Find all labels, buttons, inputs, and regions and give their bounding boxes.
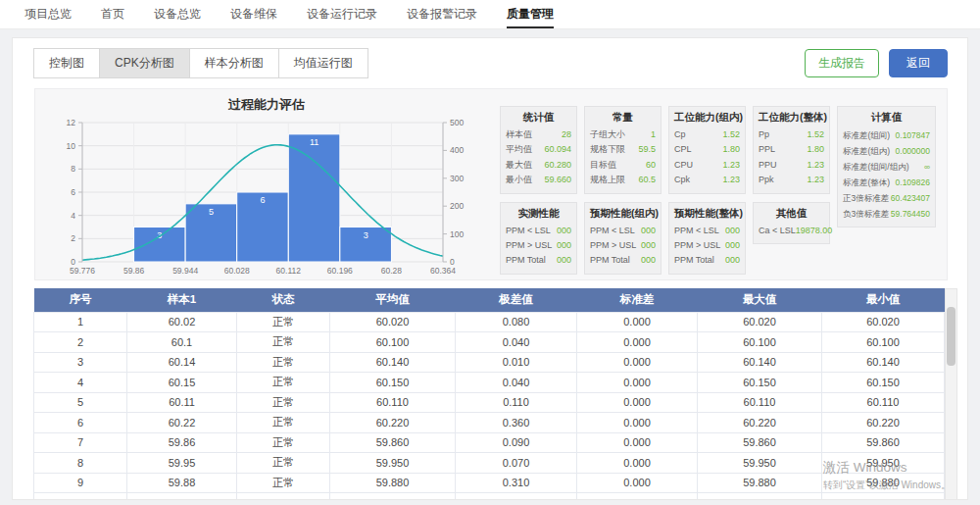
table-scrollbar[interactable]: ▼ xyxy=(945,288,957,500)
stat-panel-常量: 常量子组大小1规格下限59.5目标值60规格上限60.5 xyxy=(584,106,662,194)
svg-text:5: 5 xyxy=(209,207,214,217)
stat-label: PPM < LSL xyxy=(674,224,719,238)
stat-label: CPL xyxy=(674,142,692,157)
table-header-row: 序号样本1状态平均值极差值标准差最大值最小值 xyxy=(34,288,945,312)
tab-样本分析图[interactable]: 样本分析图 xyxy=(189,48,279,78)
stat-value: 60.094 xyxy=(544,142,571,157)
scrollbar-thumb[interactable] xyxy=(947,307,956,366)
table-cell: 60.02 xyxy=(127,312,237,332)
stat-label: PPM Total xyxy=(590,253,630,268)
generate-report-button[interactable]: 生成报告 xyxy=(805,49,879,77)
table-row[interactable]: 859.95正常59.9500.0700.00059.95059.950 xyxy=(34,453,945,474)
table-row[interactable]: 560.11正常60.1100.1100.00060.11060.110 xyxy=(34,392,945,413)
column-header-标准差: 标准差 xyxy=(577,288,698,312)
tab-CPK分析图[interactable]: CPK分析图 xyxy=(99,48,190,78)
nav-item-首页[interactable]: 首页 xyxy=(101,0,124,28)
table-cell: 60.14 xyxy=(127,352,237,373)
stat-panel-title: 统计值 xyxy=(506,109,571,127)
nav-item-设备运行记录[interactable]: 设备运行记录 xyxy=(307,0,377,28)
table-cell: 60.150 xyxy=(330,373,456,393)
chart-type-tabs: 控制图CPK分析图样本分析图均值运行图 xyxy=(34,48,368,78)
table-cell: 0.040 xyxy=(456,332,577,353)
table-cell xyxy=(34,493,127,501)
back-button[interactable]: 返回 xyxy=(889,49,948,77)
table-row[interactable]: 260.1正常60.1000.0400.00060.10060.100 xyxy=(34,332,945,353)
table-cell: 60.11 xyxy=(127,392,237,413)
table-cell: 60.150 xyxy=(698,373,822,393)
page-content: 控制图CPK分析图样本分析图均值运行图 生成报告 返回 过程能力评估 35611… xyxy=(0,29,980,505)
table-row[interactable]: 160.02正常60.0200.0800.00060.02060.020 xyxy=(34,312,945,332)
tab-控制图[interactable]: 控制图 xyxy=(33,48,100,78)
svg-text:60.28: 60.28 xyxy=(381,266,403,276)
svg-text:60.028: 60.028 xyxy=(224,266,250,276)
table-cell: 59.860 xyxy=(822,432,945,453)
table-row[interactable]: 660.22正常60.2200.3600.00060.22060.220 xyxy=(34,413,945,433)
stat-value: 59.764450 xyxy=(891,206,930,222)
stat-value: 60 xyxy=(646,158,656,173)
stat-row: 标准差(组间)0.107847 xyxy=(843,127,930,143)
scrollbar-down-arrow-icon[interactable]: ▼ xyxy=(946,500,956,501)
table-cell: 0.000 xyxy=(577,392,698,413)
stat-value: 000 xyxy=(725,238,740,253)
stat-panel-计算值: 计算值标准差(组间)0.107847标准差(组内)0.000000标准差(组间/… xyxy=(837,106,936,227)
stat-row: PPL1.80 xyxy=(759,142,824,157)
stat-row: 正3倍标准差60.423407 xyxy=(843,190,930,206)
table-cell: 59.880 xyxy=(822,473,945,493)
stat-value: 1.52 xyxy=(807,127,824,142)
stat-label: 规格下限 xyxy=(590,142,625,157)
stat-label: 标准差(组内) xyxy=(843,143,890,159)
table-cell: 0.000 xyxy=(577,413,698,433)
table-cell xyxy=(456,493,577,501)
stat-label: PPL xyxy=(759,142,775,157)
table-cell: 0.110 xyxy=(456,392,577,413)
nav-item-设备报警记录[interactable]: 设备报警记录 xyxy=(407,0,477,28)
table-cell xyxy=(127,493,237,501)
stat-value: 1.80 xyxy=(722,142,740,157)
tab-均值运行图[interactable]: 均值运行图 xyxy=(278,48,368,78)
table-row[interactable]: 759.86正常59.8600.0900.00059.86059.860 xyxy=(34,432,945,453)
nav-item-设备维保[interactable]: 设备维保 xyxy=(230,0,277,28)
stat-label: Cp xyxy=(674,127,686,142)
stat-row: PPM Total000 xyxy=(674,253,740,268)
table-row[interactable]: 360.14正常60.1400.0100.00060.14060.140 xyxy=(34,352,945,373)
svg-text:500: 500 xyxy=(450,118,464,127)
svg-text:4: 4 xyxy=(71,211,75,221)
stat-value: 60.5 xyxy=(638,173,656,187)
table-cell: 0.310 xyxy=(456,473,577,493)
nav-item-项目总览[interactable]: 项目总览 xyxy=(24,0,72,28)
stat-column: 统计值样本值28平均值60.094最大值60.280最小值59.660实测性能P… xyxy=(500,106,577,275)
stat-panel-title: 计算值 xyxy=(843,109,930,127)
svg-text:6: 6 xyxy=(260,195,265,205)
stat-row: 子组大小1 xyxy=(590,127,656,142)
stat-label: 标准差(组间/组内) xyxy=(843,159,909,175)
table-cell: 正常 xyxy=(237,473,330,493)
svg-text:8: 8 xyxy=(71,164,75,174)
nav-item-质量管理[interactable]: 质量管理 xyxy=(507,0,554,28)
svg-text:2: 2 xyxy=(71,233,75,243)
table-row[interactable] xyxy=(34,493,945,501)
svg-text:200: 200 xyxy=(450,201,464,211)
stat-value: 1.80 xyxy=(807,142,824,157)
stat-label: PPM > USL xyxy=(590,238,636,253)
stat-row: Cp1.52 xyxy=(674,127,740,142)
svg-text:300: 300 xyxy=(450,174,464,183)
table-row[interactable]: 959.88正常59.8800.3100.00059.88059.880 xyxy=(34,473,945,493)
table-cell: 0.000 xyxy=(577,432,698,453)
stat-value: 60.280 xyxy=(544,158,571,173)
table-cell: 60.15 xyxy=(127,373,237,393)
stat-row: PPM < LSL000 xyxy=(674,224,740,238)
table-row[interactable]: 460.15正常60.1500.0400.00060.15060.150 xyxy=(34,373,945,393)
stat-value: 0.000000 xyxy=(896,143,930,159)
stat-label: 正3倍标准差 xyxy=(843,190,889,206)
stat-row: 标准差(整体)0.109826 xyxy=(843,175,930,190)
stat-label: 子组大小 xyxy=(590,127,625,142)
stat-row: Ppk1.23 xyxy=(759,173,824,187)
table-cell: 60.100 xyxy=(822,332,945,353)
stat-label: PPM > USL xyxy=(506,238,552,253)
statistics-panels: 统计值样本值28平均值60.094最大值60.280最小值59.660实测性能P… xyxy=(492,93,941,276)
stat-label: PPM < LSL xyxy=(590,224,635,238)
svg-text:100: 100 xyxy=(450,229,464,239)
stat-value: 19878.00 xyxy=(796,224,833,238)
nav-item-设备总览[interactable]: 设备总览 xyxy=(154,0,201,28)
svg-text:6: 6 xyxy=(71,187,75,197)
